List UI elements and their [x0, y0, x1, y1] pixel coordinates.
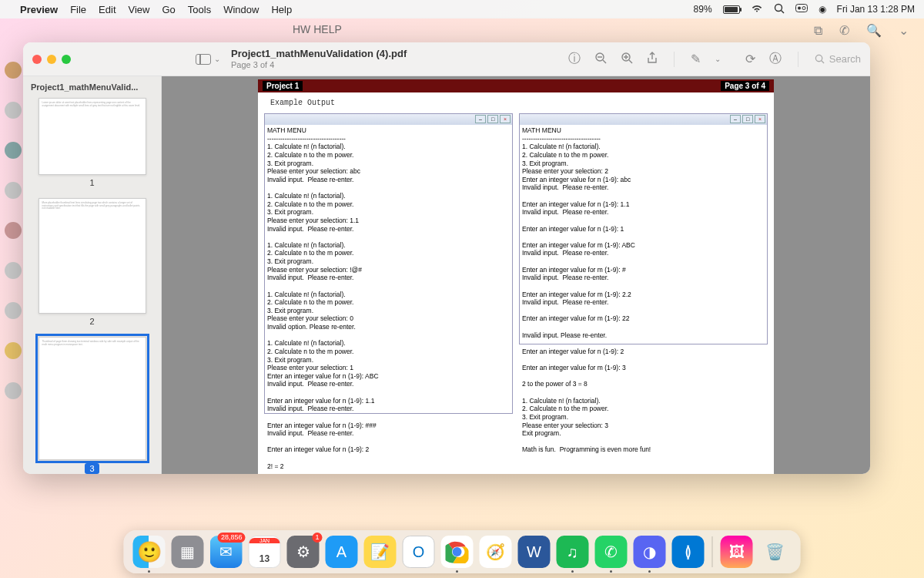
chrome-icon[interactable]	[441, 536, 474, 568]
page-thumbnail-3[interactable]: Thumbnail of page three showing two term…	[38, 337, 146, 460]
document-title: Project1_mathMenuValidation (4).pdf	[231, 48, 407, 60]
console-min-icon: –	[475, 115, 486, 123]
console-max-icon: □	[487, 115, 498, 123]
whatsapp-sidebar	[3, 62, 23, 399]
mail-icon[interactable]: ✉28,856	[210, 536, 243, 568]
page-thumbnail-2[interactable]: More placeholder thumbnail text lines si…	[38, 198, 146, 314]
document-viewport[interactable]: Project 1 Page 3 of 4 Example Output – □…	[162, 76, 870, 474]
discord-icon[interactable]: ◑	[634, 536, 666, 568]
svg-point-3	[798, 7, 801, 10]
section-heading: Example Output	[258, 92, 774, 113]
rotate-icon[interactable]: ⟳	[745, 52, 755, 66]
menu-window[interactable]: Window	[223, 4, 259, 15]
console-output: MATH MENU ------------------------------…	[520, 125, 767, 455]
svg-line-11	[629, 60, 632, 63]
zoom-in-icon[interactable]	[621, 52, 633, 67]
share-icon[interactable]	[647, 52, 658, 67]
avatar[interactable]	[5, 142, 22, 159]
console-min-icon: –	[730, 115, 741, 123]
outlook-icon[interactable]: O	[403, 536, 435, 568]
close-button[interactable]	[32, 55, 42, 64]
thumbnail-sidebar: Project1_mathMenuValid... Lorem ipsum do…	[23, 76, 162, 474]
page-indicator: Page 3 of 4	[231, 60, 407, 70]
mail-badge: 28,856	[218, 533, 246, 543]
calendar-day: 13	[259, 553, 270, 564]
svg-point-4	[802, 7, 805, 10]
app-name[interactable]: Preview	[20, 4, 58, 15]
info-icon[interactable]: ⓘ	[568, 51, 581, 67]
safari-icon[interactable]: 🧭	[480, 536, 512, 568]
phone-icon[interactable]: ✆	[839, 23, 849, 38]
zoom-out-icon[interactable]	[594, 52, 607, 67]
avatar[interactable]	[5, 222, 22, 239]
page-number: 1	[89, 178, 94, 187]
siri-icon[interactable]: ◉	[819, 4, 826, 15]
chevron-down-icon[interactable]: ⌄	[715, 55, 721, 63]
search-input[interactable]: Search	[815, 53, 861, 65]
dock-separator	[712, 536, 713, 567]
search-icon[interactable]: 🔍	[866, 23, 882, 38]
sidebar-toggle-icon[interactable]	[196, 54, 211, 65]
clock-text[interactable]: Fri Jan 13 1:28 PM	[837, 4, 915, 15]
copy-icon[interactable]: ⧉	[814, 24, 822, 38]
trash-icon[interactable]: 🗑️	[759, 536, 792, 568]
appstore-icon[interactable]: A	[326, 536, 358, 568]
spotify-icon[interactable]: ♫	[557, 536, 589, 568]
sidebar-document-name: Project1_mathMenuValid...	[31, 82, 153, 92]
menu-view[interactable]: View	[129, 4, 150, 15]
page-number: 2	[89, 317, 94, 326]
avatar[interactable]	[5, 62, 22, 79]
menu-edit[interactable]: Edit	[99, 4, 116, 15]
whatsapp-icon[interactable]: ✆	[595, 536, 628, 568]
background-text: HW HELP	[293, 23, 342, 35]
svg-line-1	[781, 10, 784, 13]
terminal-console-left: – □ × MATH MENU ------------------------…	[264, 113, 513, 414]
maximize-button[interactable]	[62, 55, 71, 64]
vscode-icon[interactable]: ≬	[672, 536, 705, 568]
chevron-down-icon[interactable]: ⌄	[214, 55, 220, 63]
wifi-icon[interactable]	[751, 4, 763, 15]
settings-icon[interactable]: ⚙1	[287, 536, 320, 568]
page-header-right: Page 3 of 4	[721, 81, 769, 91]
console-close-icon: ×	[755, 115, 765, 123]
svg-line-7	[603, 60, 606, 63]
avatar[interactable]	[5, 262, 22, 279]
console-close-icon: ×	[500, 115, 511, 123]
page-header: Project 1 Page 3 of 4	[258, 79, 774, 92]
avatar[interactable]	[5, 182, 22, 199]
battery-percent[interactable]: 89%	[694, 4, 712, 15]
chevron-down-icon[interactable]: ⌄	[899, 23, 909, 38]
search-placeholder: Search	[829, 53, 861, 65]
menu-go[interactable]: Go	[162, 4, 175, 15]
macos-menubar: Preview File Edit View Go Tools Window H…	[0, 0, 924, 18]
control-center-icon[interactable]	[795, 4, 808, 15]
avatar[interactable]	[5, 382, 22, 399]
word-icon[interactable]: W	[518, 536, 551, 568]
markup-icon[interactable]: ✎	[691, 52, 701, 66]
background-toolbar: ⧉ ✆ 🔍 ⌄	[814, 23, 909, 38]
svg-point-15	[453, 547, 462, 556]
avatar[interactable]	[5, 102, 22, 119]
calendar-icon[interactable]: JAN 13	[249, 536, 281, 568]
console-titlebar: – □ ×	[265, 114, 512, 125]
pdf-page: Project 1 Page 3 of 4 Example Output – □…	[258, 79, 774, 474]
minimize-button[interactable]	[47, 55, 56, 64]
battery-icon[interactable]	[723, 5, 740, 14]
menu-tools[interactable]: Tools	[188, 4, 211, 15]
page-thumbnail-1[interactable]: Lorem ipsum dolor sit amet text placehol…	[38, 98, 146, 175]
spotlight-icon[interactable]	[774, 3, 785, 16]
avatar[interactable]	[5, 302, 22, 319]
avatar[interactable]	[5, 342, 22, 359]
terminal-console-right: – □ × MATH MENU ------------------------…	[519, 113, 768, 344]
toolbar-separator	[674, 52, 675, 67]
menu-help[interactable]: Help	[271, 4, 292, 15]
notes-icon[interactable]: 📝	[364, 536, 397, 568]
macos-dock: 🙂 ▦ ✉28,856 JAN 13 ⚙1 A 📝 O 🧭 W ♫ ✆ ◑ ≬ …	[124, 530, 801, 573]
highlight-icon[interactable]: Ⓐ	[769, 51, 782, 67]
menu-file[interactable]: File	[70, 4, 86, 15]
preview-window: ⌄ Project1_mathMenuValidation (4).pdf Pa…	[23, 42, 870, 474]
console-output: MATH MENU ------------------------------…	[265, 125, 512, 474]
launchpad-icon[interactable]: ▦	[172, 536, 204, 568]
finder-icon[interactable]: 🙂	[133, 536, 166, 568]
wallpaper-icon[interactable]: 🖼	[721, 536, 753, 568]
